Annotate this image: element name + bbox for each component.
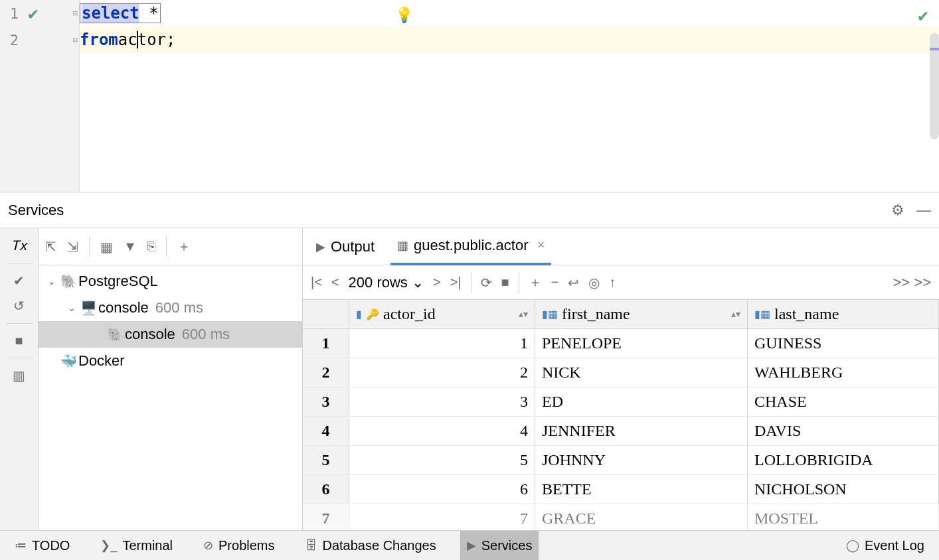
tree-node-docker[interactable]: 🐳 Docker <box>39 348 302 374</box>
minimize-icon[interactable]: — <box>916 202 931 219</box>
row-number: 1 <box>303 329 349 358</box>
cell-actor-id[interactable]: 2 <box>349 358 535 387</box>
fold-icon[interactable]: ⊟ <box>73 9 78 18</box>
intention-bulb-icon[interactable]: 💡 <box>395 7 413 23</box>
cell-actor-id[interactable]: 3 <box>349 387 535 416</box>
table-row[interactable]: 2 2 NICK WAHLBERG <box>303 358 939 387</box>
add-icon[interactable]: ＋ <box>177 238 191 255</box>
gear-icon[interactable]: ⚙ <box>891 202 904 219</box>
filter-icon[interactable]: ▼ <box>124 239 137 254</box>
status-label: Problems <box>218 538 274 553</box>
cell-actor-id[interactable]: 4 <box>349 417 535 445</box>
cell-last-name[interactable]: GUINESS <box>748 329 939 358</box>
inspection-ok-icon[interactable]: ✔ <box>918 5 928 25</box>
table-row[interactable]: 1 1 PENELOPE GUINESS <box>303 329 939 358</box>
column-header-last-name[interactable]: ▮▦last_name <box>748 300 939 328</box>
separator <box>166 237 167 257</box>
chevron-down-icon[interactable]: ⌄ <box>45 276 58 287</box>
cell-last-name[interactable]: CHASE <box>748 387 939 416</box>
cell-first-name[interactable]: BETTE <box>535 475 748 504</box>
collapse-all-icon[interactable]: ⇲ <box>67 239 78 255</box>
sort-icon[interactable]: ▴▾ <box>519 309 528 320</box>
cell-actor-id[interactable]: 1 <box>349 329 535 358</box>
table-row[interactable]: 3 3 ED CHASE <box>303 387 939 417</box>
tab-output[interactable]: ▶ Output <box>309 228 381 265</box>
remove-row-icon[interactable]: − <box>551 275 559 290</box>
toolwindow-services[interactable]: ▶ Services <box>460 531 539 560</box>
table-row[interactable]: 6 6 BETTE NICHOLSON <box>303 475 939 504</box>
cell-actor-id[interactable]: 6 <box>349 475 535 504</box>
cell-first-name[interactable]: NICK <box>535 358 748 387</box>
grid-header-row: ▮🔑actor_id ▴▾ ▮▦first_name ▴▾ ▮▦last_nam… <box>303 300 939 329</box>
sql-editor[interactable]: 1 ✔ ⊟ 2 ⊟ select * from actor; 💡 ✔ <box>0 0 939 192</box>
table-row[interactable]: 4 4 JENNIFER DAVIS <box>303 417 939 446</box>
expand-all-icon[interactable]: ⇱ <box>45 239 56 255</box>
column-header-first-name[interactable]: ▮▦first_name ▴▾ <box>535 300 748 328</box>
upload-icon[interactable]: ↑ <box>609 275 616 290</box>
editor-content[interactable]: select * from actor; 💡 ✔ <box>80 0 939 192</box>
row-number: 6 <box>303 475 349 504</box>
chevron-down-icon[interactable]: ⌄ <box>65 303 78 313</box>
rows-count[interactable]: 200 rows ⌄ <box>349 274 424 291</box>
table-icon: ▦ <box>397 238 408 253</box>
first-page-icon[interactable]: |< <box>311 275 322 290</box>
cell-last-name[interactable]: NICHOLSON <box>748 475 939 504</box>
tree-node-postgresql[interactable]: ⌄ 🐘 PostgreSQL <box>39 268 302 295</box>
cell-first-name[interactable]: JENNIFER <box>535 417 748 445</box>
commit-icon[interactable]: ✔ <box>13 273 25 289</box>
key-icon: 🔑 <box>366 308 379 320</box>
layout-icon[interactable]: ▥ <box>13 368 25 384</box>
toolwindow-terminal[interactable]: ❯_ Terminal <box>94 531 179 560</box>
tree-node-console[interactable]: 🐘 console 600 ms <box>39 321 302 348</box>
cell-first-name[interactable]: GRACE <box>535 504 748 530</box>
add-row-icon[interactable]: ＋ <box>529 273 542 291</box>
view-icon[interactable]: ◎ <box>588 275 600 291</box>
tree-toolbar: ⇱ ⇲ ▦ ▼ ⎘ ＋ <box>39 228 302 265</box>
refresh-icon[interactable]: ⟳ <box>481 275 492 291</box>
tx-label[interactable]: Tx <box>11 238 27 253</box>
separator <box>471 272 471 293</box>
column-header-actor-id[interactable]: ▮🔑actor_id ▴▾ <box>349 300 535 328</box>
sql-token: * <box>139 4 159 23</box>
cell-actor-id[interactable]: 7 <box>349 504 535 530</box>
table-row[interactable]: 5 5 JOHNNY LOLLOBRIGIDA <box>303 446 939 475</box>
cell-first-name[interactable]: PENELOPE <box>535 329 748 358</box>
cell-last-name[interactable]: WAHLBERG <box>748 358 939 387</box>
tree-duration: 600 ms <box>155 299 203 316</box>
table-row[interactable]: 7 7 GRACE MOSTEL <box>303 504 939 530</box>
cell-last-name[interactable]: MOSTEL <box>748 504 939 530</box>
stop-icon[interactable]: ■ <box>501 275 509 290</box>
tab-data-table[interactable]: ▦ guest.public.actor × <box>390 228 551 265</box>
sort-icon[interactable]: ▴▾ <box>731 309 740 320</box>
next-page-icon[interactable]: > <box>433 275 441 290</box>
cell-first-name[interactable]: JOHNNY <box>535 446 748 474</box>
row-number: 7 <box>303 504 349 530</box>
list-icon: ≔ <box>15 538 27 553</box>
group-icon[interactable]: ▦ <box>100 239 113 255</box>
data-grid[interactable]: ▮🔑actor_id ▴▾ ▮▦first_name ▴▾ ▮▦last_nam… <box>303 300 939 530</box>
editor-gutter: 1 ✔ ⊟ 2 ⊟ <box>0 0 80 192</box>
toolwindow-event-log[interactable]: ◯ Event Log <box>839 535 931 556</box>
close-icon[interactable]: × <box>537 238 545 252</box>
toolwindow-todo[interactable]: ≔ TODO <box>8 531 76 560</box>
toolwindow-problems[interactable]: ⊘ Problems <box>197 531 281 560</box>
revert-icon[interactable]: ↩ <box>568 275 579 291</box>
cell-last-name[interactable]: LOLLOBRIGIDA <box>748 446 939 474</box>
cell-first-name[interactable]: ED <box>535 387 748 416</box>
prev-page-icon[interactable]: < <box>331 275 339 290</box>
toolwindow-db-changes[interactable]: 🗄 Database Changes <box>299 531 443 560</box>
cell-actor-id[interactable]: 5 <box>349 446 535 474</box>
terminal-icon: ❯_ <box>100 538 117 553</box>
fold-icon[interactable]: ⊟ <box>73 35 78 44</box>
toolbar-more-icon[interactable]: >> >> <box>893 274 931 291</box>
services-title: Services <box>8 202 64 219</box>
tree-node-console-group[interactable]: ⌄ 🖥️ console 600 ms <box>39 295 302 321</box>
services-tree[interactable]: ⌄ 🐘 PostgreSQL ⌄ 🖥️ console 600 ms 🐘 con… <box>39 265 302 530</box>
open-tab-icon[interactable]: ⎘ <box>147 239 155 254</box>
last-page-icon[interactable]: >| <box>450 275 462 290</box>
cell-last-name[interactable]: DAVIS <box>748 417 939 445</box>
rollback-icon[interactable]: ↺ <box>13 298 25 314</box>
status-label: Services <box>481 538 533 553</box>
status-label: TODO <box>32 538 70 553</box>
stop-icon[interactable]: ■ <box>15 333 23 348</box>
